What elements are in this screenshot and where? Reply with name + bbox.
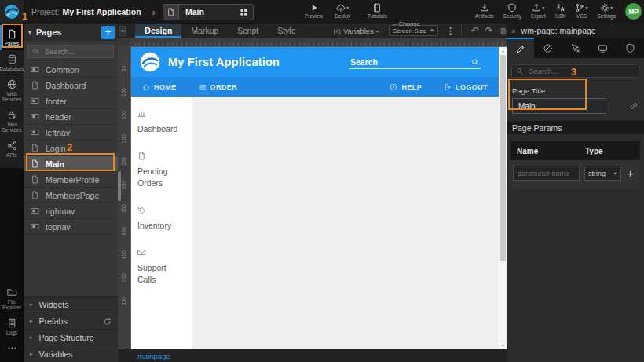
page-selector[interactable]: Main xyxy=(163,4,254,20)
params-col-type: Type xyxy=(585,147,640,155)
param-type-select[interactable]: string ▼ xyxy=(584,166,621,181)
add-param-button[interactable]: + xyxy=(627,167,634,179)
scroll-up-icon[interactable]: ▲ xyxy=(499,49,507,53)
app-sidenav-icon xyxy=(137,152,146,160)
app-side-pending-orders[interactable]: Pending Orders xyxy=(137,150,187,189)
i18n-button[interactable]: A I18N xyxy=(555,2,566,20)
page-params-header[interactable]: Page Params xyxy=(507,121,644,134)
page-list-item[interactable]: Dashboard xyxy=(24,78,118,93)
app-nav-order[interactable]: ORDER xyxy=(199,83,238,91)
page-list-item[interactable]: footer xyxy=(24,93,118,109)
panel-section-header[interactable]: ▸ Prefabs xyxy=(24,313,118,329)
more-options-icon[interactable]: ⋮ xyxy=(446,26,455,36)
app-content-area[interactable] xyxy=(192,97,499,349)
page-list-item[interactable]: rightnav xyxy=(24,203,118,219)
horizontal-ruler xyxy=(130,38,507,46)
app-nav-home[interactable]: HOME xyxy=(142,83,177,91)
collapse-caret-icon[interactable]: ▾ xyxy=(28,29,31,36)
rail-item-web-services[interactable]: Web Services xyxy=(0,75,24,106)
rail-item-file-explorer[interactable]: File Explorer xyxy=(0,283,24,314)
params-table-header: Name Type xyxy=(510,141,640,160)
inspector-tab-properties[interactable] xyxy=(507,38,534,58)
divider xyxy=(461,26,462,35)
ruler-tick-label: 150 xyxy=(121,111,126,119)
canvas-tab[interactable]: Markup xyxy=(181,24,228,38)
rail-item-more[interactable] xyxy=(0,339,24,359)
rail-item-java-services[interactable]: Java Services xyxy=(0,106,24,137)
tutorials-button[interactable]: Tutorials xyxy=(368,2,387,20)
page-item-label: Dashboard xyxy=(46,81,86,90)
variables-button[interactable]: (x) Variables ▾ xyxy=(334,27,379,35)
rail-item-logs[interactable]: Logs xyxy=(0,314,24,339)
app-side-dashboard[interactable]: Dashboard xyxy=(137,108,187,135)
save-button[interactable] xyxy=(500,26,507,36)
canvas-tab[interactable]: Script xyxy=(228,24,268,38)
widget-breadcrumb[interactable]: mainpage xyxy=(137,352,170,360)
param-name-input[interactable] xyxy=(513,166,580,181)
scrollbar-thumb[interactable] xyxy=(500,55,506,261)
page-item-icon xyxy=(31,81,39,90)
export-button[interactable]: ▾ Export xyxy=(531,2,546,20)
app-side-inventory[interactable]: Inventory xyxy=(137,204,187,232)
app-search-field[interactable]: Search xyxy=(349,56,481,69)
inspector-tab-events[interactable] xyxy=(562,38,589,58)
project-label: Project: xyxy=(31,7,60,16)
screen-size-select[interactable]: -- Choose Screen Size -- ▼ xyxy=(389,25,438,36)
rail-item-apis[interactable]: APIs xyxy=(0,137,24,162)
toolbar-button-icon xyxy=(336,3,346,13)
page-list-item[interactable]: leftnav xyxy=(24,125,118,141)
rail-item-label: Logs xyxy=(6,330,17,335)
inspector-tab-device[interactable] xyxy=(589,38,617,58)
app-nav-help[interactable]: ? HELP xyxy=(390,83,422,91)
rail-item-icon xyxy=(7,343,17,353)
page-list-item[interactable]: MembersPage xyxy=(24,188,118,203)
preview-button[interactable]: Preview xyxy=(305,2,323,20)
properties-search-input[interactable] xyxy=(527,66,635,76)
page-title-input[interactable] xyxy=(512,98,606,114)
redo-button[interactable]: ↷ xyxy=(485,26,493,35)
panel-scrollbar-thumb[interactable] xyxy=(118,171,121,201)
page-list-item[interactable]: Main xyxy=(24,156,118,172)
page-list-item[interactable]: header xyxy=(24,109,118,125)
add-page-button[interactable]: + xyxy=(101,26,115,39)
vcs-button[interactable]: ▾ VCS xyxy=(575,2,587,20)
canvas-tab[interactable]: Design xyxy=(135,24,181,38)
inspector-tab-styles[interactable] xyxy=(534,38,562,58)
pages-search xyxy=(27,45,114,58)
rail-item-pages[interactable]: Pages xyxy=(0,25,24,50)
page-list-item[interactable]: Common xyxy=(24,62,118,78)
inspector-tab-security[interactable] xyxy=(617,38,644,58)
undo-button[interactable]: ↶ xyxy=(471,26,479,35)
app-logo-icon xyxy=(140,52,160,72)
user-avatar[interactable]: MP xyxy=(625,3,642,20)
settings-button[interactable]: ▾ Settings xyxy=(598,2,617,20)
page-item-icon xyxy=(31,65,39,74)
panel-section-header[interactable]: ▸ Widgets xyxy=(24,296,118,313)
page-title-label: Page Title xyxy=(512,86,639,95)
page-item-icon xyxy=(31,222,39,231)
collapse-panel-icon[interactable]: » xyxy=(511,27,516,35)
deploy-button[interactable]: ▾ Deploy xyxy=(335,2,350,20)
grid-icon[interactable] xyxy=(240,8,248,16)
panel-section-header[interactable]: ▸ Variables xyxy=(24,346,118,362)
refresh-icon[interactable] xyxy=(103,317,112,326)
top-bar: Project: My First Application › Main Pre… xyxy=(24,0,644,24)
app-scrollbar[interactable]: ▲ ▼ xyxy=(499,47,507,349)
app-side-support-calls[interactable]: Support Calls xyxy=(137,247,187,286)
artifacts-button[interactable]: Artifacts xyxy=(475,2,493,20)
page-list-item[interactable]: MemberProfile xyxy=(24,172,118,188)
page-list-item[interactable]: topnav xyxy=(24,219,118,235)
security-button[interactable]: Security xyxy=(503,2,521,20)
panel-section-header[interactable]: ▸ Page Structure xyxy=(24,329,118,346)
collapse-panel-button[interactable]: « xyxy=(119,26,126,36)
pages-search-input[interactable] xyxy=(43,46,109,57)
page-list-item[interactable]: Login xyxy=(24,141,118,156)
wavemaker-logo[interactable] xyxy=(0,0,24,24)
rail-item-databases[interactable]: Databases xyxy=(0,50,24,75)
toolbar-button-icon xyxy=(507,3,517,13)
canvas-tab[interactable]: Style xyxy=(268,24,305,38)
app-nav-logout[interactable]: LOGOUT xyxy=(444,83,488,91)
scroll-down-icon[interactable]: ▼ xyxy=(499,343,507,348)
bind-link-icon[interactable] xyxy=(629,101,639,111)
app-header[interactable]: My First Application Search xyxy=(131,47,499,77)
